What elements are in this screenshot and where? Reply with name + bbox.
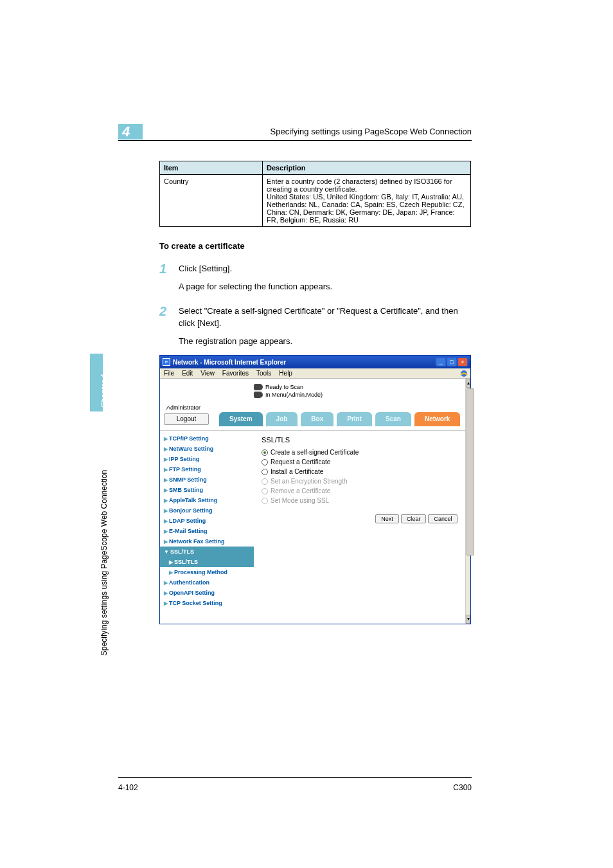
scroll-thumb[interactable] <box>466 388 474 556</box>
sidebar-label: Processing Method <box>174 569 227 575</box>
sidebar-label: FTP Setting <box>169 466 201 473</box>
step-2-text: Select "Create a self-signed Certificate… <box>179 305 471 330</box>
page-header-title: Specifying settings using PageScope Web … <box>238 127 472 136</box>
radio-set-mode-ssl: Set Mode using SSL <box>262 496 458 505</box>
tab-network[interactable]: Network <box>414 412 460 426</box>
embedded-screenshot: e Network - Microsoft Internet Explorer … <box>159 355 471 624</box>
tab-scan[interactable]: Scan <box>375 412 411 426</box>
step-2: 2 Select "Create a self-signed Certifica… <box>159 305 471 330</box>
tab-job[interactable]: Job <box>266 412 298 426</box>
step-1-result: A page for selecting the function appear… <box>179 280 471 293</box>
side-section-label: Specifying settings using PageScope Web … <box>100 470 109 656</box>
step-1: 1 Click [Setting]. <box>159 262 471 275</box>
radio-label: Create a self-signed Certificate <box>271 449 359 456</box>
sidebar-label: LDAP Setting <box>169 518 206 524</box>
sidebar-label: SSL/TLS <box>170 548 194 555</box>
radio-label: Request a Certificate <box>271 458 330 466</box>
sidebar-item-ftp[interactable]: ▶FTP Setting <box>160 464 254 475</box>
step-1-number: 1 <box>159 262 179 275</box>
radio-set-encryption: Set an Encryption Strength <box>262 476 458 486</box>
footer-page-number: 4-102 <box>118 783 138 792</box>
sidebar-item-processing[interactable]: ▶Processing Method <box>160 567 254 577</box>
sidebar-item-appletalk[interactable]: ▶AppleTalk Setting <box>160 495 254 505</box>
radio-label: Set Mode using SSL <box>271 497 329 504</box>
printer-icon <box>254 384 263 390</box>
section-heading: To create a certificate <box>159 241 471 251</box>
sidebar-label: AppleTalk Setting <box>169 497 217 503</box>
next-button[interactable]: Next <box>375 514 399 523</box>
step-2-result: The registration page appears. <box>179 335 471 348</box>
sidebar-item-bonjour[interactable]: ▶Bonjour Setting <box>160 505 254 516</box>
chapter-number-badge: 4 <box>118 124 143 140</box>
browser-menubar: File Edit View Favorites Tools Help <box>160 368 470 379</box>
sidebar-label: OpenAPI Setting <box>169 590 215 596</box>
logout-button[interactable]: Logout <box>164 413 209 425</box>
sidebar-label: SMB Setting <box>169 487 203 493</box>
sidebar-label: SNMP Setting <box>169 476 207 483</box>
table-cell-item: Country <box>160 175 263 227</box>
printer-icon <box>254 392 263 398</box>
radio-install-cert[interactable]: Install a Certificate <box>262 467 458 476</box>
menu-edit[interactable]: Edit <box>182 370 193 377</box>
ie-icon: e <box>163 358 170 366</box>
sidebar-item-tcpip[interactable]: ▶TCP/IP Setting <box>160 433 254 444</box>
sidebar-label: Authentication <box>169 579 209 586</box>
footer-model: C300 <box>453 783 472 792</box>
radio-create-self-signed[interactable]: Create a self-signed Certificate <box>262 448 458 457</box>
clear-button[interactable]: Clear <box>401 514 427 523</box>
sidebar-item-ldap[interactable]: ▶LDAP Setting <box>160 516 254 526</box>
menu-file[interactable]: File <box>164 370 174 377</box>
menu-help[interactable]: Help <box>279 370 292 377</box>
browser-scrollbar[interactable]: ▴ ▾ <box>465 379 470 624</box>
ie-logo-icon <box>459 369 468 378</box>
maximize-button[interactable]: □ <box>447 357 457 366</box>
radio-label: Remove a Certificate <box>271 487 330 494</box>
sidebar-label: SSL/TLS <box>174 559 198 565</box>
sidebar-item-snmp[interactable]: ▶SNMP Setting <box>160 475 254 485</box>
status-ready: Ready to Scan <box>265 384 303 390</box>
sidebar-label: IPP Setting <box>169 456 199 462</box>
window-titlebar: e Network - Microsoft Internet Explorer … <box>160 356 470 368</box>
sidebar-item-netfax[interactable]: ▶Network Fax Setting <box>160 536 254 547</box>
radio-label: Set an Encryption Strength <box>271 478 348 485</box>
tab-box[interactable]: Box <box>301 412 333 426</box>
tab-print[interactable]: Print <box>337 412 372 426</box>
table-cell-description: Enter a country code (2 characters) defi… <box>263 175 471 227</box>
scroll-up-icon[interactable]: ▴ <box>466 379 470 388</box>
tab-system[interactable]: System <box>219 412 263 426</box>
menu-favorites[interactable]: Favorites <box>222 370 249 377</box>
sidebar-label: TCP/IP Setting <box>169 435 209 442</box>
sidebar-item-smb[interactable]: ▶SMB Setting <box>160 485 254 495</box>
sidebar-item-tcpsocket[interactable]: ▶TCP Socket Setting <box>160 598 254 608</box>
sidebar-item-email[interactable]: ▶E-Mail Setting <box>160 526 254 536</box>
footer-rule <box>118 777 472 778</box>
sidebar-item-ipp[interactable]: ▶IPP Setting <box>160 454 254 464</box>
sidebar-item-auth[interactable]: ▶Authentication <box>160 577 254 588</box>
close-button[interactable]: × <box>458 357 468 366</box>
radio-label: Install a Certificate <box>271 468 323 475</box>
step-2-number: 2 <box>159 305 179 330</box>
sidebar-item-ssltls[interactable]: ▶SSL/TLS <box>160 557 254 567</box>
table-header-item: Item <box>160 161 263 175</box>
scroll-down-icon[interactable]: ▾ <box>466 615 470 624</box>
sidebar-item-ssltls-parent[interactable]: ▼SSL/TLS <box>160 547 254 557</box>
menu-tools[interactable]: Tools <box>256 370 271 377</box>
parameter-table: Item Description Country Enter a country… <box>159 161 471 227</box>
content-heading: SSL/TLS <box>262 436 458 444</box>
minimize-button[interactable]: _ <box>436 357 446 366</box>
sidebar-item-netware[interactable]: ▶NetWare Setting <box>160 444 254 454</box>
table-header-description: Description <box>263 161 471 175</box>
menu-view[interactable]: View <box>200 370 215 377</box>
step-1-text: Click [Setting]. <box>179 262 471 275</box>
sidebar-item-openapi[interactable]: ▶OpenAPI Setting <box>160 588 254 598</box>
sidebar-label: Network Fax Setting <box>169 538 225 545</box>
sidebar-label: NetWare Setting <box>169 446 213 452</box>
cancel-button[interactable]: Cancel <box>428 514 458 523</box>
side-chapter-tab: Chapter 4 <box>90 354 103 411</box>
header-rule <box>118 140 472 141</box>
content-panel: SSL/TLS Create a self-signed Certificate… <box>254 431 465 624</box>
side-chapter-text: Chapter 4 <box>100 374 109 408</box>
radio-request-cert[interactable]: Request a Certificate <box>262 457 458 467</box>
radio-remove-cert: Remove a Certificate <box>262 486 458 496</box>
settings-sidebar: ▶TCP/IP Setting ▶NetWare Setting ▶IPP Se… <box>160 431 254 624</box>
